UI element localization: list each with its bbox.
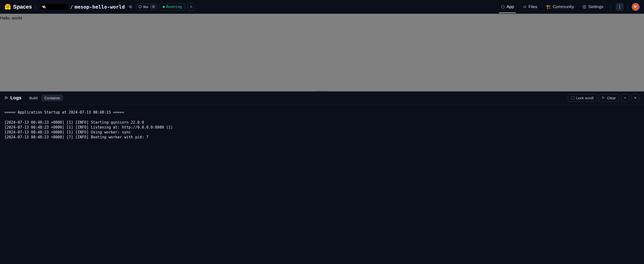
like-label: like: [143, 5, 148, 9]
like-count: 0: [150, 5, 156, 9]
chevron-up-icon: [624, 96, 627, 99]
logs-header: Logs Build Container Lock scroll Clear: [0, 91, 644, 104]
close-logs-button[interactable]: [631, 94, 640, 102]
divider: |: [610, 4, 611, 9]
breadcrumb: 👒 / mesop-hello-world: [40, 4, 125, 10]
header-right: App Files 🏗️ Community Settings | | 👒: [497, 1, 640, 13]
copy-icon: [128, 5, 132, 9]
svg-point-11: [620, 7, 620, 7]
like-button[interactable]: like 0: [136, 4, 157, 10]
app-output-text: Hello, world: [0, 16, 22, 21]
status-text: Running: [166, 5, 182, 9]
owner-name-redacted: [48, 5, 67, 9]
logs-panel: Logs Build Container Lock scroll Clear: [0, 91, 644, 145]
tab-settings[interactable]: Settings: [579, 1, 607, 13]
spaces-home-link[interactable]: 🤗 Spaces: [4, 4, 32, 10]
spaces-label: Spaces: [13, 4, 32, 10]
tab-files[interactable]: Files: [519, 1, 541, 13]
logs-toggle-button[interactable]: [188, 3, 195, 11]
tab-files-label: Files: [528, 5, 537, 9]
logs-header-left: Logs Build Container: [4, 95, 63, 101]
more-menu-button[interactable]: [616, 3, 624, 11]
checkbox-unchecked-icon: [571, 96, 574, 99]
logs-output[interactable]: ===== Application Startup at 2024-07-13 …: [0, 104, 644, 145]
repo-name[interactable]: mesop-hello-world: [74, 4, 125, 10]
svg-point-12: [620, 8, 620, 9]
close-icon: [634, 96, 637, 99]
hugging-face-icon: 🤗: [4, 4, 11, 10]
tab-app[interactable]: App: [497, 1, 518, 13]
owner-link[interactable]: 👒: [40, 4, 69, 10]
tab-community-label: Community: [553, 5, 574, 9]
top-header: 🤗 Spaces | 👒 / mesop-hello-world like 0 …: [0, 0, 644, 14]
panel-resize-handle[interactable]: [315, 90, 329, 91]
logs-title: Logs: [4, 95, 21, 100]
avatar-emoji-icon: 👒: [634, 5, 638, 9]
divider: |: [35, 4, 36, 9]
collapse-logs-button[interactable]: [621, 94, 629, 102]
tab-app-label: App: [506, 5, 514, 9]
gear-icon: [583, 5, 586, 9]
header-left: 🤗 Spaces | 👒 / mesop-hello-world like 0 …: [4, 3, 195, 11]
divider: |: [627, 4, 628, 9]
user-avatar[interactable]: 👒: [632, 3, 640, 11]
svg-point-9: [584, 7, 585, 7]
heart-icon: [138, 5, 142, 9]
cube-icon: [501, 5, 505, 9]
tab-settings-label: Settings: [588, 5, 603, 9]
lock-scroll-label: Lock scroll: [576, 96, 594, 100]
svg-point-10: [620, 5, 620, 6]
community-icon: 🏗️: [546, 5, 551, 9]
files-icon: [523, 5, 527, 9]
tab-community[interactable]: 🏗️ Community: [542, 1, 578, 13]
logs-tab-build[interactable]: Build: [26, 95, 40, 101]
clear-label: Clear: [607, 96, 616, 100]
logs-icon: [190, 5, 193, 9]
logs-title-text: Logs: [10, 95, 21, 100]
status-dot-icon: [163, 6, 165, 8]
path-separator: /: [70, 4, 73, 10]
app-iframe-area: Hello, world: [0, 14, 644, 91]
logs-tabs: Build Container: [26, 95, 63, 101]
clear-icon: [602, 96, 605, 99]
status-chip[interactable]: Running: [160, 3, 185, 11]
logs-header-right: Lock scroll Clear: [568, 94, 640, 102]
primary-nav: App Files 🏗️ Community Settings: [497, 1, 608, 13]
copy-repo-button[interactable]: [128, 4, 134, 10]
clear-logs-button[interactable]: Clear: [598, 94, 619, 102]
lock-scroll-toggle[interactable]: Lock scroll: [568, 94, 597, 102]
logs-title-icon: [4, 96, 8, 100]
logs-tab-container[interactable]: Container: [42, 95, 63, 101]
kebab-icon: [619, 5, 620, 9]
header-actions: | 👒: [616, 3, 640, 11]
owner-avatar-icon: 👒: [42, 5, 46, 9]
